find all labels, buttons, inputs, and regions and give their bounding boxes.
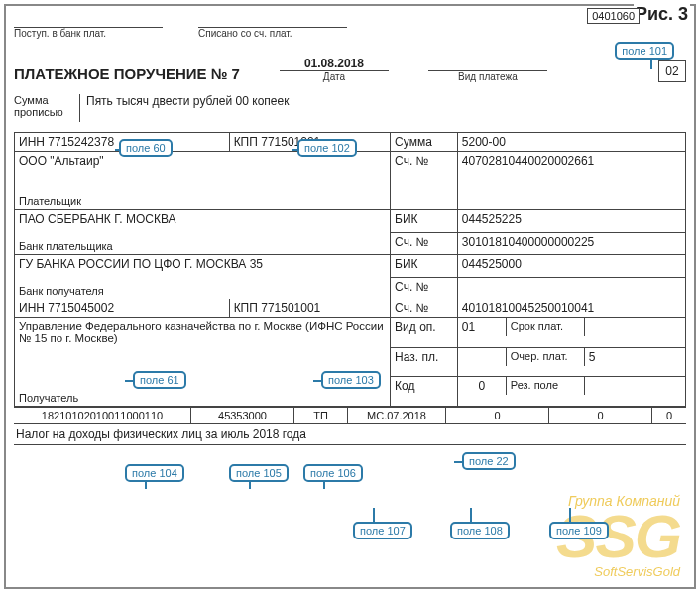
callout-60: поле 60: [119, 139, 173, 157]
recip-kpp: 771501001: [261, 301, 320, 315]
recip-bank-bik-label: БИК: [391, 255, 458, 278]
field-104: 18210102010011000110: [14, 408, 191, 423]
recip-name: Управление Федерального казначейства по …: [19, 320, 386, 344]
received-field: [14, 14, 163, 28]
status-box: 02: [658, 60, 686, 82]
callout-103: поле 103: [321, 371, 381, 389]
form-code: 0401060: [587, 8, 640, 24]
recip-inn-label: ИНН: [19, 301, 45, 315]
field-110: 0: [652, 408, 686, 423]
recip-kpp-label: КПП: [234, 301, 258, 315]
main-grid: ИНН 7715242378 КПП 771501001 Сумма 5200-…: [14, 132, 686, 407]
tax-fields-row: 18210102010011000110 45353000 ТП МС.07.2…: [14, 407, 686, 424]
debited-field: [198, 14, 347, 28]
date-value: 01.08.2018: [280, 57, 389, 71]
payment-type-label: Вид платежа: [458, 71, 518, 82]
recip-bank-name: ГУ БАНКА РОССИИ ПО ЦФО Г. МОСКВА 35: [19, 257, 386, 271]
callout-107: поле 107: [353, 522, 412, 539]
payer-inn: 7715242378: [48, 135, 114, 149]
vid-op-label: Вид оп.: [391, 318, 458, 348]
recip-bank-caption: Банк получателя: [19, 285, 104, 297]
payer-kpp-label: КПП: [234, 135, 258, 149]
naz-pl-value: [458, 348, 507, 366]
rez-value: [585, 377, 685, 395]
recip-acc: 40101810045250010041: [457, 299, 685, 318]
recip-bank-bik: 044525000: [457, 255, 685, 278]
callout-101: поле 101: [615, 42, 674, 60]
ocher-label: Очер. плат.: [507, 348, 585, 366]
callout-102: поле 102: [297, 139, 357, 157]
callout-105: поле 105: [229, 464, 289, 482]
payer-inn-label: ИНН: [19, 135, 45, 149]
callout-61: поле 61: [133, 371, 186, 389]
debited-label: Списано со сч. плат.: [198, 28, 347, 39]
header-row: Поступ. в банк плат. Списано со сч. плат…: [14, 14, 686, 39]
callout-104: поле 104: [125, 464, 184, 482]
sum-words-value: Пять тысяч двести рублей 00 копеек: [79, 94, 686, 122]
payment-purpose: Налог на доходы физических лиц за июль 2…: [14, 424, 686, 445]
date-label: Дата: [323, 71, 345, 82]
payer-bank-name: ПАО СБЕРБАНК Г. МОСКВА: [19, 212, 386, 226]
recip-inn: 7715045002: [48, 301, 114, 315]
field-109: 0: [549, 408, 652, 423]
payer-bank-bik-label: БИК: [391, 210, 458, 233]
kod-label: Код: [391, 377, 458, 407]
sum-value: 5200-00: [457, 133, 685, 152]
payer-bank-bik: 044525225: [457, 210, 685, 233]
recip-caption: Получатель: [19, 392, 78, 404]
recip-bank-acc-label: Сч. №: [391, 277, 458, 299]
payment-type-value: [428, 57, 547, 71]
callout-108: поле 108: [450, 522, 510, 539]
field-105: 45353000: [191, 408, 294, 423]
ocher-value: 5: [585, 348, 685, 366]
sum-words-label: Сумма прописью: [14, 94, 73, 118]
sum-label: Сумма: [391, 133, 458, 152]
field-107: МС.07.2018: [348, 408, 446, 423]
srok-value: [585, 318, 685, 336]
document-title: ПЛАТЕЖНОЕ ПОРУЧЕНИЕ № 7: [14, 65, 240, 82]
watermark-bottom: SoftServisGold: [556, 564, 680, 579]
title-row: ПЛАТЕЖНОЕ ПОРУЧЕНИЕ № 7 01.08.2018 Дата …: [14, 57, 686, 82]
srok-label: Срок плат.: [507, 318, 585, 336]
watermark-top: Группа Компаний: [556, 493, 680, 509]
callout-109: поле 109: [549, 522, 609, 539]
payer-bank-acc-label: Сч. №: [391, 232, 458, 255]
naz-pl-label: Наз. пл.: [391, 347, 458, 377]
sum-words-row: Сумма прописью Пять тысяч двести рублей …: [14, 94, 686, 122]
field-108: 0: [446, 408, 549, 423]
figure-label: Рис. 3: [634, 4, 690, 25]
payer-bank-acc: 30101810400000000225: [457, 232, 685, 255]
recip-bank-acc: [457, 277, 685, 299]
recip-acc-label: Сч. №: [391, 299, 458, 318]
field-106: ТП: [294, 408, 348, 423]
document-frame: Рис. 3 0401060 Поступ. в банк плат. Спис…: [4, 4, 696, 589]
vid-op-value: 01: [458, 318, 507, 336]
received-label: Поступ. в банк плат.: [14, 28, 163, 39]
payer-caption: Плательщик: [19, 195, 81, 207]
callout-106: поле 106: [303, 464, 363, 482]
payer-bank-caption: Банк плательщика: [19, 240, 113, 252]
rez-label: Рез. поле: [507, 377, 585, 395]
callout-22: поле 22: [462, 452, 516, 470]
payer-acc: 40702810440020002661: [457, 152, 685, 181]
kod-value: 0: [458, 377, 507, 395]
payer-acc-label: Сч. №: [391, 152, 458, 181]
